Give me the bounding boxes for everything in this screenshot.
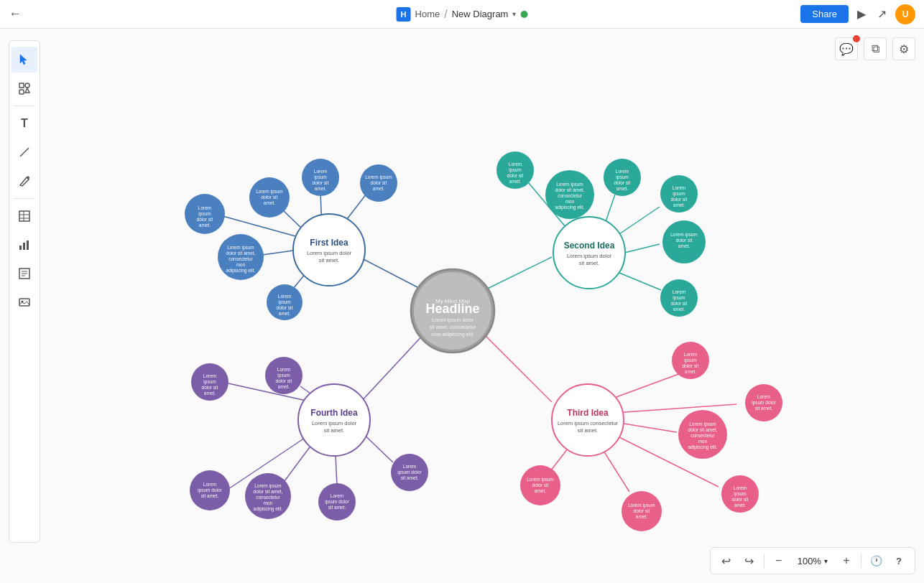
header: ← H Home / New Diagram ▾ Share ▶ ↗ U <box>0 0 924 29</box>
svg-text:amet.: amet. <box>204 391 216 396</box>
idea2-title: Second Idea <box>564 241 615 251</box>
save-status-indicator <box>520 11 527 18</box>
svg-text:ipsum: ipsum <box>277 373 290 378</box>
pencil-tool-button[interactable] <box>11 168 37 194</box>
settings-panel-button[interactable]: ⚙ <box>892 37 915 60</box>
svg-marker-3 <box>25 88 29 93</box>
svg-text:dolor sit: dolor sit <box>202 385 218 390</box>
toolbar-divider <box>764 554 764 568</box>
svg-text:amet.: amet. <box>673 307 685 312</box>
edge2-node4 <box>615 207 660 237</box>
svg-text:amet.: amet. <box>673 202 685 207</box>
chart-icon <box>18 238 31 251</box>
svg-text:sit amet.: sit amet. <box>755 406 773 411</box>
svg-text:ipsum dolor: ipsum dolor <box>198 488 222 493</box>
text-tool-button[interactable]: T <box>11 111 37 136</box>
back-button[interactable]: ← <box>9 6 22 22</box>
svg-text:ipsum: ipsum <box>278 299 290 305</box>
line-icon <box>18 146 31 159</box>
center-sub2: sit amet, consectetur <box>430 325 476 330</box>
svg-rect-11 <box>27 241 29 250</box>
svg-text:Lorem: Lorem <box>509 162 522 167</box>
svg-text:sit amet.: sit amet. <box>201 493 219 498</box>
svg-text:ipsum: ipsum <box>616 174 628 180</box>
center-sub3: mon adipiscing elit. <box>431 332 474 337</box>
idea4-subtitle-line1: Lorem ipsum dolor <box>312 420 357 426</box>
line-tool-button[interactable] <box>11 139 37 165</box>
canvas[interactable]: Lorem ipsum dolor sit amet. Lorem ipsum … <box>0 29 924 583</box>
undo-button[interactable]: ↩ <box>716 551 736 571</box>
edge3-node2 <box>615 404 736 413</box>
svg-text:amet.: amet. <box>616 186 628 191</box>
svg-text:ipsum: ipsum <box>509 167 521 173</box>
svg-text:dolor sit: dolor sit <box>532 482 549 488</box>
diagram-name[interactable]: New Diagram <box>452 9 509 19</box>
history-button[interactable]: 🕐 <box>866 551 886 571</box>
shapes-tool-button[interactable] <box>11 75 37 101</box>
svg-text:dolor sit: dolor sit <box>671 197 688 202</box>
svg-text:amet.: amet. <box>535 488 546 493</box>
pencil-icon <box>18 174 31 187</box>
svg-text:dolor sit: dolor sit <box>671 301 688 306</box>
edge1-node1 <box>223 216 298 237</box>
svg-rect-5 <box>19 211 29 221</box>
svg-text:sit amet.: sit amet. <box>401 475 419 480</box>
diagram-dropdown-arrow[interactable]: ▾ <box>512 10 516 18</box>
shapes-icon <box>18 82 31 95</box>
svg-text:dolor sit amet,: dolor sit amet, <box>226 251 256 256</box>
redo-button[interactable]: ↪ <box>739 551 759 571</box>
note-tool-button[interactable] <box>11 261 37 286</box>
mindmap-svg: Lorem ipsum dolor sit amet. Lorem ipsum … <box>0 29 924 583</box>
svg-text:dolor sit: dolor sit <box>313 180 329 185</box>
edge3-node3 <box>615 422 677 432</box>
table-tool-button[interactable] <box>11 203 37 229</box>
svg-text:sit amet.: sit amet. <box>328 505 346 510</box>
svg-text:Lorem: Lorem <box>203 482 216 487</box>
idea1-subtitle-line1: Lorem ipsum dolor <box>307 250 352 256</box>
idea4-subtitle-line2: sit amet. <box>324 427 344 434</box>
user-avatar[interactable]: U <box>895 4 915 24</box>
svg-text:dolor sit: dolor sit <box>262 195 278 200</box>
center-sub1: Lorem ipsum dolor <box>432 317 474 323</box>
help-button[interactable]: ? <box>889 551 909 571</box>
svg-text:Lorem: Lorem <box>673 289 685 294</box>
svg-text:ipsum: ipsum <box>684 358 696 363</box>
svg-text:mon: mon <box>264 500 273 505</box>
zoom-out-button[interactable]: − <box>769 551 789 571</box>
svg-text:Lorem ipsum: Lorem ipsum <box>670 232 698 238</box>
svg-text:dolor sit amet,: dolor sit amet, <box>254 489 283 494</box>
comment-panel-button[interactable]: 💬 <box>835 37 858 60</box>
zoom-level-display[interactable]: 100% ▾ <box>792 554 833 568</box>
share-button[interactable]: Share <box>800 5 849 23</box>
svg-text:Lorem ipsum: Lorem ipsum <box>227 245 254 251</box>
svg-text:amet.: amet. <box>278 384 290 389</box>
svg-text:consectetur: consectetur <box>558 193 582 198</box>
svg-text:consectetur: consectetur <box>256 495 280 500</box>
header-left: ← <box>9 6 22 22</box>
idea3-title: Third Idea <box>567 408 609 418</box>
svg-text:ipsum: ipsum <box>734 491 746 497</box>
svg-text:Lorem: Lorem <box>673 185 685 190</box>
export-button[interactable]: ↗ <box>874 4 890 24</box>
svg-text:Lorem: Lorem <box>277 367 290 372</box>
pages-panel-button[interactable]: ⧉ <box>864 37 887 60</box>
svg-text:amet.: amet. <box>685 369 696 374</box>
image-tool-button[interactable] <box>11 289 37 315</box>
play-button[interactable]: ▶ <box>854 4 869 24</box>
svg-text:consectetur: consectetur <box>690 433 715 438</box>
svg-text:adipiscing elit.: adipiscing elit. <box>555 205 585 210</box>
note-icon <box>18 267 31 280</box>
breadcrumb-home[interactable]: Home <box>415 9 440 19</box>
zoom-in-button[interactable]: + <box>836 551 856 571</box>
svg-text:Lorem: Lorem <box>403 464 416 469</box>
svg-rect-9 <box>19 246 22 250</box>
breadcrumb-separator: / <box>444 8 447 21</box>
svg-text:dolor sit: dolor sit <box>276 378 292 383</box>
select-tool-button[interactable] <box>11 47 37 73</box>
chart-tool-button[interactable] <box>11 232 37 258</box>
pages-icon: ⧉ <box>872 42 879 55</box>
svg-text:Lorem ipsum: Lorem ipsum <box>256 189 283 195</box>
svg-text:dolor sit amet,: dolor sit amet, <box>555 187 585 192</box>
svg-text:ipsum: ipsum <box>198 211 211 217</box>
image-icon <box>18 296 31 309</box>
